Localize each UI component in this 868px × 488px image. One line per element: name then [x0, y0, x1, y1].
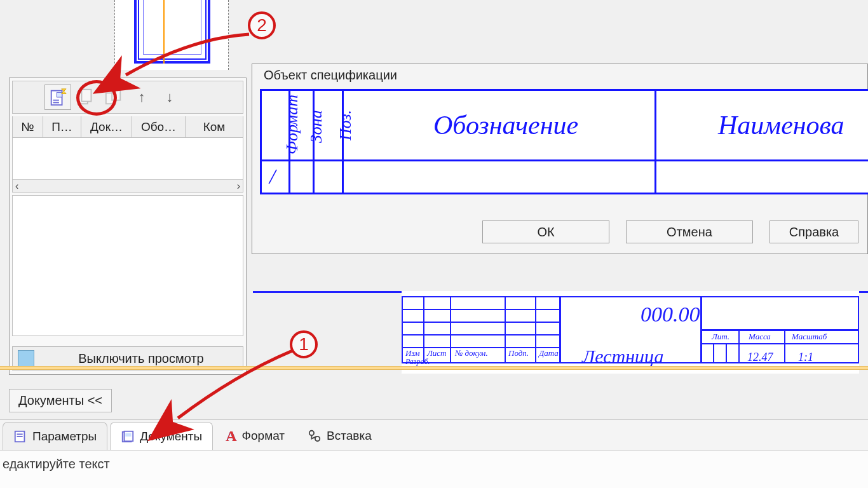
annotation-badge-1: 1: [290, 330, 318, 358]
scroll-right-icon[interactable]: ›: [237, 180, 240, 192]
col-p[interactable]: П…: [43, 116, 81, 137]
svg-rect-13: [126, 433, 132, 437]
col-name-label: Наименова: [718, 110, 844, 140]
horizontal-scrollbar[interactable]: ‹ ›: [13, 179, 243, 192]
documents-panel: ↑ ↓ № П… Док… Обо… Ком ‹ › Выключить про…: [9, 78, 247, 375]
ok-button[interactable]: ОК: [482, 220, 609, 243]
docs-link-button[interactable]: [100, 85, 127, 110]
col-zone-label: Зона: [307, 110, 326, 143]
preview-toggle-label: Выключить просмотр: [39, 351, 243, 366]
tab-format[interactable]: AA Формат: [215, 422, 295, 450]
tab-parameters[interactable]: Параметры: [3, 422, 107, 450]
tab-insert-label: Вставка: [327, 429, 372, 443]
svg-point-14: [309, 431, 314, 435]
tb-razrab: Разраб.: [405, 357, 430, 367]
annotation-badge-2: 2: [248, 11, 276, 39]
tab-insert[interactable]: Вставка: [297, 422, 382, 450]
documents-collapse-tab[interactable]: Документы <<: [9, 389, 112, 412]
tb-lit: Лит.: [712, 332, 729, 342]
tb-code: 000.00: [641, 302, 700, 327]
status-text: едактируйте текст: [3, 457, 110, 471]
drawing-fragment: [114, 0, 229, 70]
tb-podp: Подп.: [508, 348, 529, 358]
dialog-title: Объект спецификации: [252, 64, 867, 89]
add-document-icon: [48, 88, 67, 107]
preview-toggle-icon: [18, 350, 34, 367]
row1-format-value: /: [269, 165, 275, 189]
col-doc[interactable]: Док…: [81, 116, 132, 137]
tab-parameters-label: Параметры: [32, 430, 97, 444]
svg-rect-7: [112, 90, 120, 100]
tab-format-label: Формат: [242, 429, 285, 443]
titleblock-fragment: Изм Лист № докум. Подп. Дата Разраб. 000…: [402, 291, 859, 374]
tb-massa-val: 12.47: [747, 351, 773, 364]
documents-link-icon: [104, 88, 123, 107]
add-document-button[interactable]: [44, 85, 71, 110]
orange-divider: [0, 366, 868, 370]
tab-documents[interactable]: Документы: [110, 422, 213, 450]
panel-column-headers: № П… Док… Обо… Ком: [12, 116, 243, 138]
panel-toolbar: ↑ ↓: [12, 81, 243, 114]
preview-area: [12, 195, 243, 336]
move-down-button[interactable]: ↓: [156, 85, 183, 110]
scroll-left-icon[interactable]: ‹: [15, 180, 18, 192]
status-bar: едактируйте текст: [0, 450, 868, 488]
svg-rect-10: [17, 436, 23, 437]
col-format-label: Формат: [283, 95, 302, 154]
arrow-up-icon: ↑: [139, 89, 146, 105]
col-comment[interactable]: Ком: [186, 116, 243, 137]
documents-list[interactable]: ‹ ›: [12, 138, 243, 193]
documents-icon: [121, 430, 135, 444]
svg-point-15: [315, 437, 320, 441]
col-number[interactable]: №: [13, 116, 43, 137]
spec-object-dialog: Объект спецификации Формат Зона Поз. Обо…: [252, 64, 868, 254]
move-up-button[interactable]: ↑: [128, 85, 155, 110]
svg-rect-2: [53, 100, 59, 101]
documents-multi-icon: [76, 88, 95, 107]
cancel-button[interactable]: Отмена: [626, 220, 753, 243]
toolbar-blank-button[interactable]: [17, 85, 43, 110]
svg-rect-3: [53, 102, 59, 104]
tb-massa: Масса: [749, 332, 771, 342]
tab-documents-label: Документы: [140, 430, 202, 444]
tb-data: Дата: [539, 348, 559, 358]
docs-multi-button[interactable]: [72, 85, 99, 110]
parameters-icon: [13, 430, 27, 444]
insert-icon: [308, 429, 322, 443]
tb-ndoc: № докум.: [455, 348, 488, 358]
col-designation-label: Обозначение: [433, 110, 578, 140]
help-button[interactable]: Справка: [770, 220, 858, 243]
tb-masht: Масштаб: [792, 332, 827, 342]
bottom-tabbar: Параметры Документы AA Формат Вставка: [0, 419, 868, 450]
tb-name: Лестница: [582, 346, 663, 367]
tb-masht-val: 1:1: [798, 351, 813, 364]
col-designation[interactable]: Обо…: [132, 116, 186, 137]
col-pos-label: Поз.: [336, 110, 355, 140]
dialog-buttons: ОК Отмена Справка: [252, 220, 867, 246]
svg-rect-9: [17, 433, 23, 435]
spec-table[interactable]: Формат Зона Поз. Обозначение Наименова /: [260, 89, 868, 194]
svg-rect-5: [81, 90, 91, 102]
format-icon: AA: [226, 428, 236, 445]
arrow-down-icon: ↓: [166, 89, 173, 105]
